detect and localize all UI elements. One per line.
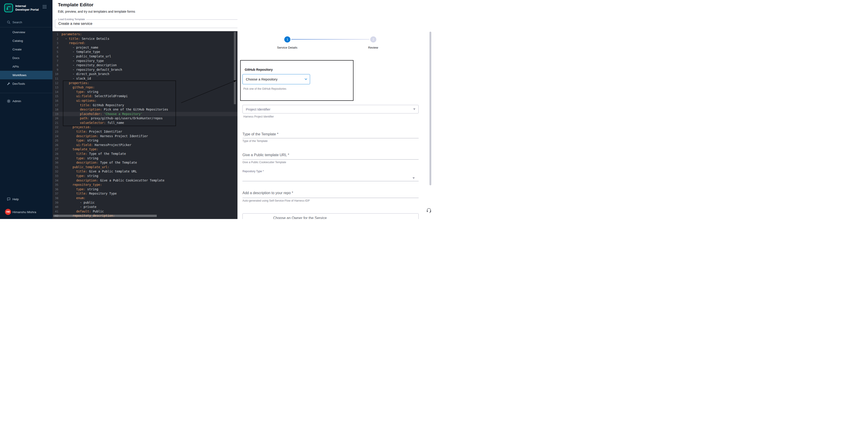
code-line-18[interactable]: 18 description: Pick one of the GitHub R… — [53, 107, 238, 112]
code-line-7[interactable]: 7 - repository_type — [53, 59, 238, 63]
template-type-helper: Type of the Template — [243, 139, 268, 143]
code-line-9[interactable]: 9 - repository_default_branch — [53, 68, 238, 72]
repo-description-helper: Auto-generated using Self-Service-Flow o… — [243, 199, 310, 202]
code-line-38[interactable]: 38 enum: — [53, 196, 238, 200]
project-identifier-select[interactable]: Project Identifier — [243, 105, 418, 113]
code-line-26[interactable]: 26 ui:field: HarnessProjectPicker — [53, 143, 238, 147]
code-line-14[interactable]: 14 type: string — [53, 90, 238, 94]
support-button[interactable] — [426, 207, 432, 213]
form-preview: 1 2 Service Details Review GitHub Reposi… — [238, 0, 434, 219]
sidebar-item-overview[interactable]: Overview — [0, 28, 53, 36]
line-number: 19 — [53, 112, 62, 116]
search-label: Search — [12, 21, 22, 24]
line-number: 24 — [53, 134, 62, 139]
user-menu[interactable]: HM Himanshu Mishra — [0, 207, 53, 217]
editor-horizontal-scrollbar[interactable] — [53, 215, 157, 217]
help-label: Help — [12, 198, 19, 201]
code-line-30[interactable]: 30 description: Type of the Template — [53, 161, 238, 165]
code-line-1[interactable]: 1parameters: — [53, 32, 238, 37]
code-line-4[interactable]: 4 - project_name — [53, 45, 238, 50]
sidebar-item-create[interactable]: Create — [0, 45, 53, 54]
line-number: 13 — [53, 85, 62, 90]
code-line-41[interactable]: 41 default: Public — [53, 209, 238, 214]
code-line-25[interactable]: 25 type: string — [53, 138, 238, 143]
github-repository-value: Choose a Repository — [246, 74, 278, 84]
code-line-27[interactable]: 27 template_type: — [53, 147, 238, 151]
chevron-down-icon — [412, 177, 415, 179]
sidebar-item-workflows[interactable]: Workflows — [0, 71, 53, 79]
line-number: 8 — [53, 63, 62, 68]
code-line-37[interactable]: 37 title: Repository Type — [53, 192, 238, 196]
code-line-32[interactable]: 32 title: Give a Public template URL — [53, 169, 238, 174]
code-line-33[interactable]: 33 type: string — [53, 174, 238, 178]
code-line-11[interactable]: 11 - slack_id — [53, 76, 238, 81]
sidebar-item-help[interactable]: Help — [0, 195, 53, 203]
line-number: 34 — [53, 178, 62, 183]
line-number: 7 — [53, 59, 62, 63]
code-line-6[interactable]: 6 - public_template_url — [53, 54, 238, 59]
github-repository-select[interactable]: Choose a Repository — [243, 74, 310, 84]
sidebar-item-apis[interactable]: APIs — [0, 62, 53, 71]
project-identifier-helper: Harness Project Identifier — [243, 115, 274, 118]
code-line-19[interactable]: 19 placeholder: 'Choose a Repository' — [53, 112, 238, 116]
step-1-circle[interactable]: 1 — [284, 36, 290, 42]
code-line-36[interactable]: 36 type: string — [53, 187, 238, 192]
load-existing-template-label: Load Existing Template — [57, 18, 86, 21]
sidebar-item-devtools[interactable]: DevTools — [0, 79, 53, 88]
code-editor[interactable]: 1parameters:2 - title: Service Details3 … — [53, 31, 238, 219]
repo-description-label: Add a description to your repo * — [243, 191, 293, 195]
code-line-21[interactable]: 21 valueSelector: full_name — [53, 121, 238, 125]
code-line-3[interactable]: 3 required: — [53, 41, 238, 45]
code-line-12[interactable]: 12 properties: — [53, 81, 238, 86]
code-line-40[interactable]: 40 - private — [53, 205, 238, 209]
code-line-39[interactable]: 39 - public — [53, 200, 238, 205]
public-template-url-label: Give a Public template URL * — [243, 153, 289, 157]
app-title: Internal Developer Portal — [16, 4, 41, 11]
apps-grid-icon[interactable] — [42, 5, 46, 9]
sidebar: Internal Developer Portal Search Overvie… — [0, 0, 53, 219]
sidebar-item-search[interactable]: Search — [0, 18, 53, 27]
step-2-label: Review — [350, 46, 396, 49]
code-line-28[interactable]: 28 title: Type of the Template — [53, 151, 238, 156]
line-number: 16 — [53, 99, 62, 103]
line-number: 28 — [53, 151, 62, 156]
sidebar-item-docs[interactable]: Docs — [0, 54, 53, 62]
sidebar-item-catalog[interactable]: Catalog — [0, 36, 53, 45]
code-line-31[interactable]: 31 public_template_url: — [53, 165, 238, 169]
owner-select[interactable]: Choose an Owner for the Service — [243, 213, 418, 219]
step-2-circle[interactable]: 2 — [370, 36, 376, 42]
line-number: 6 — [53, 54, 62, 59]
code-line-22[interactable]: 22 projectId: — [53, 125, 238, 130]
headset-icon — [426, 207, 432, 213]
line-number: 9 — [53, 68, 62, 72]
code-line-15[interactable]: 15 ui:field: SelectFieldFromApi — [53, 94, 238, 99]
code-line-2[interactable]: 2 - title: Service Details — [53, 37, 238, 41]
page-vertical-scrollbar[interactable] — [430, 32, 431, 185]
line-number: 26 — [53, 143, 62, 147]
code-line-8[interactable]: 8 - repositoty_description — [53, 63, 238, 68]
template-type-label: Type of the Template * — [243, 132, 278, 136]
line-number: 12 — [53, 81, 62, 86]
line-number: 35 — [53, 182, 62, 187]
code-line-20[interactable]: 20 path: proxy/github-api/users/OrkoHunt… — [53, 116, 238, 121]
code-line-23[interactable]: 23 title: Project Identifier — [53, 130, 238, 134]
editor-vertical-scrollbar[interactable] — [234, 32, 236, 104]
code-line-16[interactable]: 16 ui:options: — [53, 99, 238, 103]
code-line-29[interactable]: 29 type: string — [53, 156, 238, 161]
line-number: 41 — [53, 209, 62, 214]
code-line-34[interactable]: 34 description: Give a Public Cookiecutt… — [53, 178, 238, 183]
line-number: 30 — [53, 161, 62, 165]
code-line-17[interactable]: 17 title: GitHub Repository — [53, 103, 238, 108]
harness-idp-logo-icon — [4, 3, 13, 12]
app-logo[interactable]: Internal Developer Portal — [4, 3, 41, 12]
code-line-5[interactable]: 5 - template_type — [53, 50, 238, 54]
code-line-13[interactable]: 13 github_repo: — [53, 85, 238, 90]
line-number: 3 — [53, 41, 62, 45]
project-identifier-placeholder: Project Identifier — [246, 105, 270, 113]
code-line-24[interactable]: 24 description: Harness Project Identifi… — [53, 134, 238, 139]
code-line-10[interactable]: 10 - direct_push_branch — [53, 72, 238, 76]
sidebar-item-admin[interactable]: Admin — [0, 97, 53, 105]
code-line-35[interactable]: 35 repository_type: — [53, 182, 238, 187]
line-number: 36 — [53, 187, 62, 192]
admin-label: Admin — [12, 99, 21, 103]
